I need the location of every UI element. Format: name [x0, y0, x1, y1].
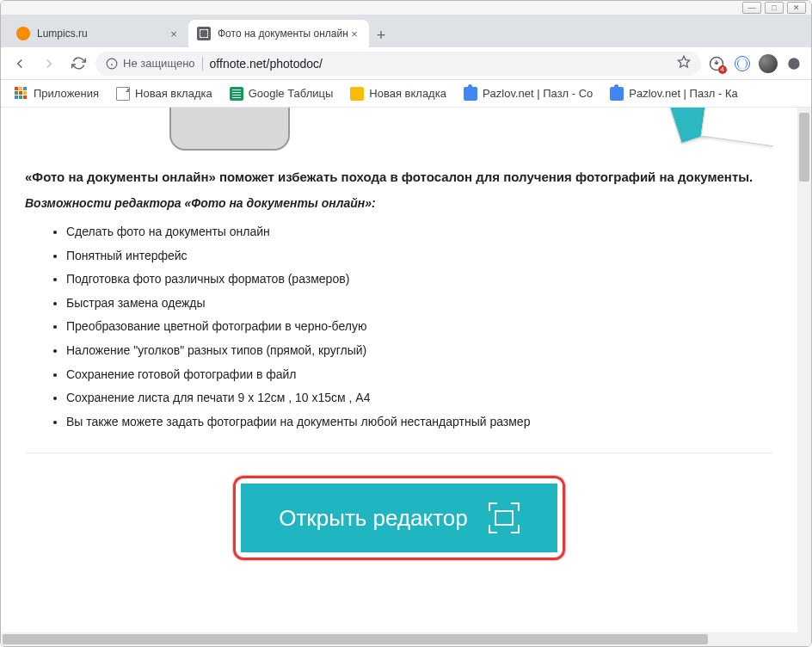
separator: [202, 57, 203, 71]
tab-photodoc[interactable]: Фото на документы онлайн ×: [188, 20, 369, 47]
tab-title: Lumpics.ru: [37, 28, 168, 40]
sheets-icon: [230, 87, 243, 101]
feature-item: Подготовка фото различных форматов (разм…: [66, 271, 773, 288]
tab-title: Фото на документы онлайн: [218, 28, 348, 40]
cta-container: Открыть редактор: [25, 476, 773, 560]
bookmark-label: Новая вкладка: [135, 87, 212, 100]
profile-avatar-button[interactable]: [758, 53, 778, 74]
hero-graphics: [25, 108, 773, 154]
url-text: offnote.net/photodoc/: [210, 57, 670, 71]
tab-close-button[interactable]: ×: [348, 28, 360, 40]
yellow-square-icon: [350, 87, 364, 101]
tab-close-button[interactable]: ×: [168, 28, 180, 40]
device-illustration: [169, 108, 290, 151]
bookmark-label: Pazlov.net | Пазл - Ка: [629, 87, 738, 100]
puzzle-icon: [610, 87, 624, 101]
puzzle-icon: [464, 87, 477, 101]
apps-grid-icon: [15, 87, 28, 101]
photo-illustration: [670, 108, 773, 154]
window-maximize-button[interactable]: □: [765, 2, 784, 14]
tab-strip: Lumpics.ru × Фото на документы онлайн × …: [1, 15, 811, 47]
bookmark-new-tab-1[interactable]: Новая вкладка: [109, 83, 219, 104]
extension-badge: 4: [718, 65, 727, 74]
address-bar[interactable]: Не защищено offnote.net/photodoc/: [95, 52, 701, 76]
bookmark-pazlov-2[interactable]: Pazlov.net | Пазл - Ка: [603, 83, 745, 104]
window-minimize-button[interactable]: —: [742, 2, 761, 14]
vertical-scrollbar[interactable]: [797, 108, 811, 632]
open-editor-button[interactable]: Открыть редактор: [241, 484, 557, 552]
bookmark-pazlov-1[interactable]: Pazlov.net | Пазл - Со: [457, 83, 600, 104]
tab-lumpics[interactable]: Lumpics.ru ×: [8, 20, 188, 47]
info-icon: [106, 58, 118, 70]
feature-item: Вы также можете задать фотографии на док…: [66, 414, 773, 431]
bookmarks-bar: Приложения Новая вкладка Google Таблицы …: [1, 80, 811, 108]
globe-icon: [735, 56, 750, 71]
scroll-thumb-horizontal[interactable]: [3, 634, 708, 644]
cta-label: Открыть редактор: [279, 505, 468, 532]
window-close-button[interactable]: ✕: [787, 2, 806, 14]
extension-download-button[interactable]: 4: [706, 53, 727, 74]
browser-window: — □ ✕ Lumpics.ru × Фото на документы онл…: [0, 0, 812, 647]
security-label: Не защищено: [123, 57, 195, 70]
horizontal-scrollbar[interactable]: [1, 632, 811, 646]
bookmark-google-sheets[interactable]: Google Таблицы: [223, 83, 341, 104]
new-tab-button[interactable]: +: [369, 23, 393, 47]
cta-highlight-outline: Открыть редактор: [233, 476, 565, 560]
bookmark-apps[interactable]: Приложения: [8, 83, 106, 104]
focus-frame-icon: [489, 502, 520, 533]
page-heading: «Фото на документы онлайн» поможет избеж…: [25, 169, 773, 184]
window-titlebar: — □ ✕: [1, 1, 811, 15]
scroll-thumb[interactable]: [799, 113, 809, 182]
bookmark-label: Приложения: [34, 87, 99, 100]
page-content: «Фото на документы онлайн» поможет избеж…: [1, 108, 797, 632]
viewport: «Фото на документы онлайн» поможет избеж…: [1, 108, 811, 632]
back-button[interactable]: [8, 52, 32, 76]
feature-item: Понятный интерфейс: [66, 248, 773, 265]
feature-list: Сделать фото на документы онлайн Понятны…: [25, 224, 773, 430]
bookmark-label: Новая вкладка: [369, 87, 446, 100]
page-icon: [116, 87, 130, 101]
security-indicator[interactable]: Не защищено: [106, 57, 195, 70]
feature-item: Быстрая замена одежды: [66, 295, 773, 312]
reload-button[interactable]: [66, 52, 90, 76]
feature-item: Сохранение листа для печати 9 x 12см , 1…: [66, 390, 773, 407]
bookmark-star-button[interactable]: [677, 55, 691, 71]
toolbar: Не защищено offnote.net/photodoc/ 4: [1, 47, 811, 80]
forward-button[interactable]: [37, 52, 61, 76]
svg-marker-3: [678, 56, 689, 67]
bookmark-new-tab-2[interactable]: Новая вкладка: [343, 83, 453, 104]
feature-item: Сохранение готовой фотографии в файл: [66, 367, 773, 384]
svg-point-5: [788, 58, 799, 69]
page-subheading: Возможности редактора «Фото на документы…: [25, 196, 773, 210]
bookmark-label: Pazlov.net | Пазл - Со: [483, 87, 593, 100]
bookmark-label: Google Таблицы: [249, 87, 334, 100]
menu-button[interactable]: [784, 53, 804, 74]
feature-item: Сделать фото на документы онлайн: [66, 224, 773, 241]
feature-item: Наложение "уголков" разных типов (прямой…: [66, 342, 773, 360]
orange-circle-icon: [16, 27, 30, 40]
feature-item: Преобразование цветной фотографии в черн…: [66, 318, 773, 336]
extension-globe-button[interactable]: [732, 53, 753, 74]
avatar-icon: [759, 54, 778, 73]
photo-crop-icon: [197, 27, 211, 40]
divider: [25, 453, 773, 453]
